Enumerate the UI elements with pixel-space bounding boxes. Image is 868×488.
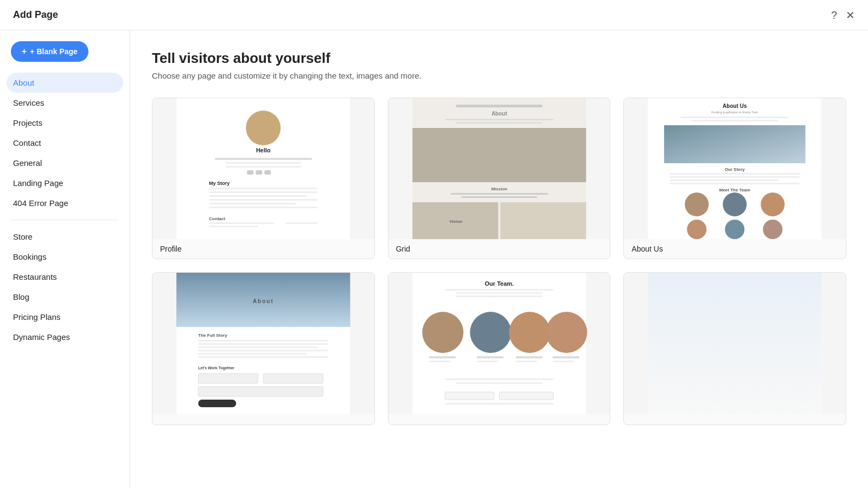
template-label-extra bbox=[624, 414, 846, 425]
content-title: Tell visitors about yourself bbox=[152, 50, 846, 67]
svg-text:Let's Work Together: Let's Work Together bbox=[198, 366, 234, 370]
template-card-aboutus[interactable]: About Us Finding Inspiration in Every Tu… bbox=[623, 98, 846, 259]
svg-rect-66 bbox=[198, 400, 236, 407]
plus-icon: + bbox=[22, 47, 27, 56]
svg-rect-56 bbox=[198, 340, 328, 342]
svg-rect-30 bbox=[500, 202, 586, 239]
template-label-grid: Grid bbox=[388, 239, 610, 259]
svg-rect-59 bbox=[198, 350, 328, 351]
svg-rect-76 bbox=[429, 356, 456, 358]
dialog-title: Add Page bbox=[13, 9, 58, 21]
template-card-grid[interactable]: About Mission Vision bbox=[388, 98, 611, 259]
secondary-nav-section: Store Bookings Restaurants Blog Pricing … bbox=[0, 227, 130, 347]
sidebar-item-about[interactable]: About bbox=[7, 73, 123, 93]
svg-rect-18 bbox=[209, 226, 258, 227]
svg-rect-28 bbox=[461, 196, 537, 198]
svg-rect-82 bbox=[515, 361, 537, 362]
svg-rect-61 bbox=[198, 356, 328, 358]
svg-rect-64 bbox=[263, 374, 323, 383]
svg-rect-41 bbox=[670, 176, 800, 178]
svg-point-72 bbox=[422, 312, 463, 353]
svg-text:Mission: Mission bbox=[491, 187, 507, 191]
svg-rect-4 bbox=[225, 162, 301, 164]
svg-point-48 bbox=[687, 220, 707, 239]
svg-point-46 bbox=[723, 192, 747, 216]
svg-rect-60 bbox=[198, 353, 307, 355]
svg-rect-71 bbox=[456, 296, 542, 297]
svg-rect-3 bbox=[214, 158, 312, 160]
svg-text:About: About bbox=[253, 298, 274, 304]
svg-rect-78 bbox=[515, 356, 542, 358]
primary-nav-section: About Services Projects Contact General … bbox=[0, 73, 130, 213]
svg-rect-24 bbox=[456, 122, 542, 124]
help-button[interactable]: ? bbox=[831, 10, 837, 21]
template-label-ourteam bbox=[388, 414, 610, 425]
template-preview-grid: About Mission Vision bbox=[388, 98, 610, 239]
template-card-profile[interactable]: Hello My Story bbox=[152, 98, 375, 259]
svg-rect-65 bbox=[198, 387, 323, 396]
svg-text:The Full Story: The Full Story bbox=[198, 333, 227, 338]
blank-page-button[interactable]: + + Blank Page bbox=[11, 41, 88, 62]
svg-rect-79 bbox=[552, 356, 579, 358]
sidebar-item-pricing-plans[interactable]: Pricing Plans bbox=[0, 307, 130, 327]
svg-rect-19 bbox=[285, 222, 317, 224]
svg-rect-84 bbox=[445, 378, 553, 380]
template-preview-ourteam: Our Team. bbox=[388, 273, 610, 414]
sidebar-item-dynamic-pages[interactable]: Dynamic Pages bbox=[0, 327, 130, 347]
template-card-fullstory[interactable]: About The Full Story Let's Work Together bbox=[152, 272, 375, 425]
template-label-profile: Profile bbox=[152, 239, 374, 259]
svg-rect-17 bbox=[209, 222, 274, 224]
svg-rect-35 bbox=[681, 117, 789, 118]
sidebar-item-bookings[interactable]: Bookings bbox=[0, 247, 130, 267]
svg-rect-14 bbox=[209, 203, 296, 204]
sidebar-item-store[interactable]: Store bbox=[0, 227, 130, 247]
svg-rect-42 bbox=[670, 179, 778, 181]
svg-rect-7 bbox=[256, 170, 262, 175]
content-area: Tell visitors about yourself Choose any … bbox=[130, 30, 868, 488]
svg-rect-40 bbox=[670, 173, 800, 175]
sidebar-item-projects[interactable]: Projects bbox=[0, 113, 130, 133]
svg-text:Vision: Vision bbox=[449, 219, 462, 224]
svg-point-50 bbox=[763, 220, 783, 239]
sidebar-item-services[interactable]: Services bbox=[0, 93, 130, 113]
svg-rect-36 bbox=[692, 120, 778, 121]
sidebar-item-contact[interactable]: Contact bbox=[0, 133, 130, 153]
sidebar-item-restaurants[interactable]: Restaurants bbox=[0, 267, 130, 287]
svg-text:My Story: My Story bbox=[209, 181, 229, 186]
svg-rect-83 bbox=[552, 361, 574, 362]
template-card-ourteam[interactable]: Our Team. bbox=[388, 272, 611, 425]
svg-rect-25 bbox=[412, 128, 586, 182]
svg-point-73 bbox=[470, 312, 511, 353]
template-preview-profile: Hello My Story bbox=[152, 98, 374, 239]
template-grid: Hello My Story bbox=[152, 98, 846, 425]
svg-point-47 bbox=[761, 192, 785, 216]
dialog-header: Add Page ? ✕ bbox=[0, 0, 868, 30]
svg-rect-70 bbox=[456, 292, 542, 294]
sidebar-item-404-error-page[interactable]: 404 Error Page bbox=[0, 193, 130, 213]
svg-point-45 bbox=[685, 192, 709, 216]
svg-rect-38 bbox=[665, 125, 806, 163]
svg-rect-5 bbox=[225, 166, 301, 168]
svg-rect-90 bbox=[648, 273, 822, 414]
svg-rect-23 bbox=[445, 119, 553, 120]
sidebar-item-landing-page[interactable]: Landing Page bbox=[0, 173, 130, 193]
svg-rect-58 bbox=[198, 346, 317, 348]
svg-text:About Us: About Us bbox=[723, 103, 747, 109]
svg-rect-6 bbox=[247, 170, 253, 175]
sidebar-item-general[interactable]: General bbox=[0, 153, 130, 173]
sidebar: + + Blank Page About Services Projects C… bbox=[0, 30, 130, 488]
svg-rect-77 bbox=[476, 356, 503, 358]
template-label-aboutus: About Us bbox=[624, 239, 846, 259]
svg-rect-57 bbox=[198, 343, 328, 345]
sidebar-item-blog[interactable]: Blog bbox=[0, 287, 130, 307]
svg-rect-21 bbox=[456, 105, 542, 107]
close-button[interactable]: ✕ bbox=[846, 10, 855, 21]
template-card-extra[interactable] bbox=[623, 272, 846, 425]
svg-rect-13 bbox=[209, 199, 317, 201]
svg-rect-85 bbox=[456, 382, 542, 384]
svg-text:About: About bbox=[492, 111, 508, 117]
svg-rect-12 bbox=[209, 195, 307, 197]
svg-text:Hello: Hello bbox=[256, 147, 271, 153]
svg-text:Meet The Team: Meet The Team bbox=[719, 188, 750, 192]
svg-rect-86 bbox=[445, 392, 494, 400]
